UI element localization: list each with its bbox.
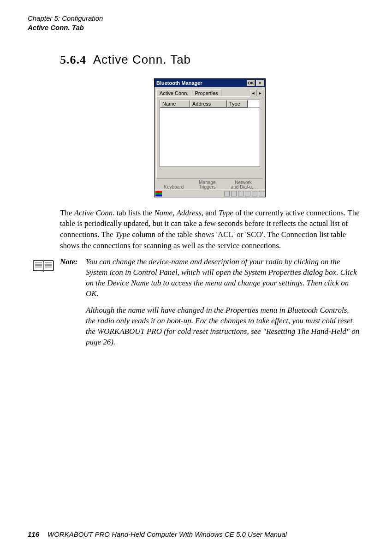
column-headers: Name Address Type <box>160 100 260 108</box>
page-header: Chapter 5: Configuration Active Conn. Ta… <box>28 14 364 32</box>
tray-icon[interactable] <box>245 191 250 196</box>
tab-row: Active Conn. Properties ◄ ► <box>154 87 265 96</box>
ok-button[interactable]: OK <box>247 80 255 86</box>
page: Chapter 5: Configuration Active Conn. Ta… <box>0 0 392 552</box>
tray-icon[interactable] <box>238 191 244 196</box>
start-icon[interactable] <box>155 191 162 196</box>
body-paragraph: The Active Conn. tab lists the Name, Add… <box>60 208 360 251</box>
section-number: 5.6.4 <box>60 53 86 66</box>
book-icon <box>32 258 54 276</box>
tab-properties[interactable]: Properties <box>191 89 221 96</box>
section-heading: 5.6.4Active Conn. Tab <box>60 53 360 67</box>
screenshot-figure: Bluetooth Manager OK × Active Conn. Prop… <box>60 78 360 198</box>
note-label: Note: <box>60 257 86 267</box>
icon-keyboard: Keyboard <box>164 185 184 190</box>
icon-network-dialup: Networkand Dial-u... <box>231 180 256 190</box>
chapter-line: Chapter 5: Configuration <box>28 14 364 23</box>
icon-manage-triggers: ManageTriggers <box>199 180 215 190</box>
section-line: Active Conn. Tab <box>28 23 364 32</box>
section-title: Active Conn. Tab <box>93 53 191 66</box>
col-address[interactable]: Address <box>190 100 227 107</box>
page-footer: 116WORKABOUT PRO Hand-Held Computer With… <box>28 530 287 538</box>
desktop-icons-strip: Keyboard ManageTriggers Networkand Dial-… <box>154 180 265 190</box>
window-title: Bluetooth Manager <box>156 80 246 86</box>
window: Bluetooth Manager OK × Active Conn. Prop… <box>154 78 266 197</box>
tab-body: Name Address Type <box>156 96 263 178</box>
tray-icon[interactable] <box>231 191 237 196</box>
footer-text: WORKABOUT PRO Hand-Held Computer With Wi… <box>48 530 287 538</box>
content-area: 5.6.4Active Conn. Tab Bluetooth Manager … <box>28 53 364 348</box>
note-body-1: You can change the device-name and descr… <box>86 257 360 299</box>
titlebar: Bluetooth Manager OK × <box>154 79 265 87</box>
tray-icon[interactable] <box>252 191 257 196</box>
tray-icon[interactable] <box>259 191 264 196</box>
col-name[interactable]: Name <box>160 100 190 107</box>
page-number: 116 <box>28 530 39 538</box>
note-block: Note: You can change the device-name and… <box>60 257 360 299</box>
note-body-2: Although the name will have changed in t… <box>86 305 360 348</box>
connection-list <box>160 108 260 167</box>
tab-scroll-right[interactable]: ► <box>257 90 263 96</box>
col-type[interactable]: Type <box>227 100 248 107</box>
tab-active-conn[interactable]: Active Conn. <box>156 89 191 96</box>
tab-scroll-left[interactable]: ◄ <box>250 90 256 96</box>
close-button[interactable]: × <box>256 80 264 86</box>
tray-icon[interactable] <box>224 191 230 196</box>
taskbar <box>154 190 265 197</box>
